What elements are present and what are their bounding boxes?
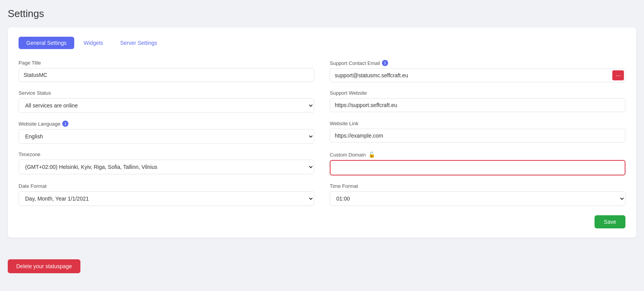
tab-bar: General Settings Widgets Server Settings — [19, 37, 625, 49]
timezone-select[interactable]: (GMT+02:00) Helsinki, Kyiv, Riga, Sofia,… — [19, 160, 314, 174]
support-website-group: Support Website — [330, 90, 625, 113]
custom-domain-label: Custom Domain 🔓 — [330, 151, 625, 158]
timezone-label: Timezone — [19, 151, 314, 157]
support-email-action-btn[interactable]: ⋯ — [612, 70, 624, 80]
service-status-group: Service Status All services are online S… — [19, 90, 314, 113]
support-email-input[interactable] — [330, 68, 625, 82]
website-link-group: Website Link — [330, 121, 625, 144]
save-button[interactable]: Save — [595, 215, 625, 228]
support-website-input[interactable] — [330, 98, 625, 112]
timezone-group: Timezone (GMT+02:00) Helsinki, Kyiv, Rig… — [19, 151, 314, 175]
support-email-input-wrapper: ⋯ — [330, 68, 625, 82]
time-format-label: Time Format — [330, 183, 625, 189]
tab-general-settings[interactable]: General Settings — [19, 37, 74, 49]
page-title-group: Page Title — [19, 60, 314, 82]
page-title-label: Page Title — [19, 60, 314, 66]
time-format-group: Time Format 01:00 1:00 AM 13:00 — [330, 183, 625, 206]
tab-widgets[interactable]: Widgets — [76, 37, 111, 49]
website-language-select[interactable]: English German French Spanish — [19, 129, 314, 144]
support-email-group: Support Contact Email i ⋯ — [330, 60, 625, 82]
support-email-label: Support Contact Email i — [330, 60, 625, 66]
custom-domain-input[interactable] — [332, 162, 623, 173]
settings-card: General Settings Widgets Server Settings… — [8, 27, 636, 238]
website-language-info-icon[interactable]: i — [62, 121, 68, 127]
dots-icon: ⋯ — [616, 73, 621, 78]
website-link-input[interactable] — [330, 129, 625, 143]
support-website-label: Support Website — [330, 90, 625, 96]
delete-statuspage-button[interactable]: Delete your statuspage — [8, 259, 80, 273]
service-status-label: Service Status — [19, 90, 314, 96]
date-format-label: Date Format — [19, 183, 314, 189]
actions-row: Save — [19, 215, 625, 228]
time-format-select[interactable]: 01:00 1:00 AM 13:00 — [330, 191, 625, 206]
website-language-group: Website Language i English German French… — [19, 121, 314, 144]
support-email-info-icon[interactable]: i — [382, 60, 388, 66]
date-format-group: Date Format Day, Month, Year 1/1/2021 Mo… — [19, 183, 314, 206]
page-title-input[interactable] — [19, 68, 314, 82]
custom-domain-box — [330, 160, 625, 175]
service-status-select[interactable]: All services are online Some services ar… — [19, 98, 314, 113]
custom-domain-group: Custom Domain 🔓 — [330, 151, 625, 175]
date-format-select[interactable]: Day, Month, Year 1/1/2021 Month, Day, Ye… — [19, 191, 314, 206]
delete-section: Delete your statuspage — [8, 250, 636, 273]
form-grid: Page Title Support Contact Email i ⋯ Ser… — [19, 60, 625, 206]
tab-server-settings[interactable]: Server Settings — [112, 37, 165, 49]
website-language-label: Website Language i — [19, 121, 314, 127]
lock-icon: 🔓 — [368, 151, 375, 158]
website-link-label: Website Link — [330, 121, 625, 126]
page-title: Settings — [8, 8, 636, 20]
